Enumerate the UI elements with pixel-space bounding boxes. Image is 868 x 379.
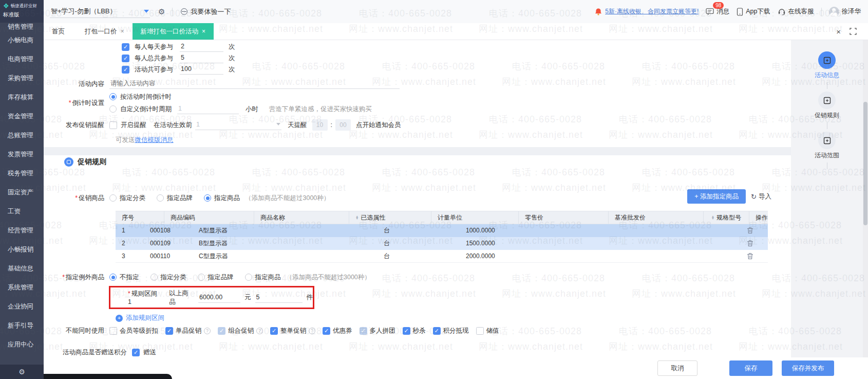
- sidebar-item[interactable]: 经营管理: [0, 221, 44, 240]
- sidebar-item[interactable]: 小畅电商: [0, 31, 44, 50]
- wechat-template-link[interactable]: 微信模版消息: [135, 136, 174, 145]
- anchor-nav-item[interactable]: 活动范围: [808, 132, 846, 169]
- remind-toggle-checkbox[interactable]: ✓: [109, 121, 117, 129]
- radio[interactable]: [204, 194, 211, 202]
- countdown-period-input[interactable]: [177, 104, 239, 114]
- add-rule-range-link[interactable]: + 添加规则区间: [116, 314, 164, 322]
- checkbox[interactable]: ✓: [433, 327, 441, 335]
- page-tab[interactable]: 新增打包一口价活动×: [133, 23, 214, 40]
- delete-row-button[interactable]: [747, 227, 753, 234]
- sidebar-item[interactable]: 销售管理: [0, 23, 44, 31]
- vertical-scrollbar[interactable]: [863, 40, 868, 379]
- page-tab[interactable]: 首页: [44, 23, 77, 40]
- table-row[interactable]: 2 000109 B型显示器 台 1500.0000: [116, 237, 768, 250]
- exclusive-option[interactable]: ✓ 储值 ?: [476, 327, 499, 335]
- countdown-option-1[interactable]: 按活动时间倒计时: [109, 91, 372, 103]
- tab-close-icon[interactable]: ×: [121, 28, 124, 35]
- sidebar-item[interactable]: 税务管理: [0, 164, 44, 183]
- exclusive-option[interactable]: ✓ 多人拼团 ?: [360, 327, 395, 335]
- points-checkbox[interactable]: ✓: [132, 349, 140, 356]
- radio[interactable]: [109, 105, 117, 113]
- fullscreen-icon[interactable]: [850, 28, 857, 35]
- checkbox[interactable]: ✓: [270, 327, 278, 335]
- org-selector[interactable]: 智+学习-勿删（LBB）: [50, 5, 150, 18]
- exclusive-option[interactable]: ✓ 秒杀 ?: [403, 327, 426, 335]
- sidebar-item[interactable]: 采购管理: [0, 69, 44, 88]
- app-download-button[interactable]: App下载: [737, 7, 770, 16]
- sidebar-item[interactable]: 应用中心: [0, 335, 44, 354]
- sidebar-item[interactable]: 基础信息: [0, 259, 44, 278]
- radio[interactable]: [157, 194, 164, 202]
- add-goods-button[interactable]: + 添加指定商品: [687, 189, 746, 204]
- sidebar-item[interactable]: 工资: [0, 202, 44, 221]
- sidebar-item[interactable]: 资金管理: [0, 107, 44, 126]
- help-icon[interactable]: ?: [256, 328, 263, 334]
- anchor-nav-item[interactable]: 活动信息: [808, 51, 846, 89]
- radio[interactable]: [109, 274, 117, 281]
- user-menu[interactable]: 徐泽华: [829, 7, 861, 17]
- checkbox[interactable]: ✓: [122, 66, 129, 74]
- remind-minute-input[interactable]: 00: [335, 119, 351, 131]
- remind-hour-input[interactable]: 10: [312, 119, 328, 131]
- table-row[interactable]: 1 000108 A型显示器 台 1000.0000: [116, 224, 768, 237]
- rule-qty-input[interactable]: [255, 293, 303, 303]
- promo-goods-option[interactable]: 指定商品: [204, 194, 240, 203]
- settings-gear-icon[interactable]: ⚙: [158, 7, 165, 16]
- checkbox[interactable]: ✓: [476, 327, 484, 335]
- sidebar-item[interactable]: 发票管理: [0, 145, 44, 164]
- remind-days-select[interactable]: [195, 120, 281, 130]
- rule-amount-input[interactable]: [198, 293, 240, 303]
- radio-selected[interactable]: [109, 93, 117, 100]
- promo-goods-option[interactable]: 指定分类: [109, 194, 145, 203]
- exclusive-option[interactable]: ✓ 积分抵现 ?: [433, 327, 469, 335]
- checkbox[interactable]: ✓: [360, 327, 367, 335]
- exclusive-option[interactable]: ✓ 单品促销 ?: [165, 327, 211, 335]
- cancel-button[interactable]: 取消: [657, 360, 697, 376]
- online-support-button[interactable]: 在线客服: [778, 7, 814, 16]
- sidebar-item[interactable]: 企业协同: [0, 297, 44, 316]
- notice-link[interactable]: 5新·离线收银、合同发票立账等更!: [594, 7, 699, 16]
- scrollbar-thumb[interactable]: [863, 102, 867, 225]
- exception-goods-option[interactable]: 指定品牌: [198, 273, 234, 282]
- promo-goods-option[interactable]: 指定品牌: [157, 194, 193, 203]
- sidebar-item[interactable]: 电商管理: [0, 50, 44, 69]
- table-row[interactable]: 3 000110 C型显示器 台 2000.0000: [116, 250, 768, 263]
- save-publish-button[interactable]: 保存并发布: [782, 360, 834, 376]
- exception-goods-option[interactable]: 不指定: [109, 273, 139, 282]
- sort-icon[interactable]: ▲▼: [355, 215, 358, 220]
- exception-goods-option[interactable]: 指定商品: [245, 273, 281, 282]
- sidebar-item[interactable]: 小畅报销: [0, 240, 44, 259]
- sidebar-item[interactable]: 新手引导: [0, 316, 44, 335]
- radio[interactable]: [109, 194, 117, 202]
- help-icon[interactable]: ?: [204, 328, 211, 334]
- tab-close-icon[interactable]: ×: [202, 28, 205, 35]
- sidebar-item[interactable]: 固定资产: [0, 183, 44, 202]
- checkbox[interactable]: ✓: [122, 55, 129, 62]
- participation-input[interactable]: [180, 42, 223, 52]
- checkbox[interactable]: ✓: [403, 327, 410, 335]
- sort-icon[interactable]: ▲▼: [711, 215, 714, 220]
- anchor-nav-item[interactable]: 促销规则: [808, 92, 846, 129]
- countdown-option-2[interactable]: 自定义倒计时周期 小时 营造下单紧迫感，促进买家快速购买: [109, 103, 372, 115]
- participation-input[interactable]: [180, 64, 223, 75]
- help-icon[interactable]: ?: [309, 328, 315, 334]
- sidebar-item[interactable]: 库存核算: [0, 88, 44, 107]
- delete-row-button[interactable]: [747, 252, 753, 260]
- exception-goods-option[interactable]: 指定分类: [150, 273, 186, 282]
- import-button[interactable]: ↻ 导入: [751, 192, 771, 201]
- messages-button[interactable]: 消息 98: [706, 7, 729, 16]
- checkbox[interactable]: ✓: [122, 43, 129, 51]
- delete-row-button[interactable]: [747, 240, 753, 247]
- participation-input[interactable]: [180, 53, 223, 63]
- radio[interactable]: [245, 274, 252, 281]
- checkbox[interactable]: ✓: [165, 327, 173, 335]
- sidebar-settings-button[interactable]: ⚙: [0, 365, 44, 379]
- radio[interactable]: [150, 274, 158, 281]
- checkbox[interactable]: ✓: [323, 327, 330, 335]
- sidebar-item[interactable]: 系统管理: [0, 278, 44, 297]
- radio[interactable]: [198, 274, 205, 281]
- exclusive-option[interactable]: ✓ 组合促销 ?: [218, 327, 263, 335]
- exclusive-option[interactable]: ✓ 整单促销 ?: [270, 327, 315, 335]
- experience-button[interactable]: 我要体验一下: [181, 7, 231, 16]
- page-tab[interactable]: 打包一口价×: [77, 23, 133, 40]
